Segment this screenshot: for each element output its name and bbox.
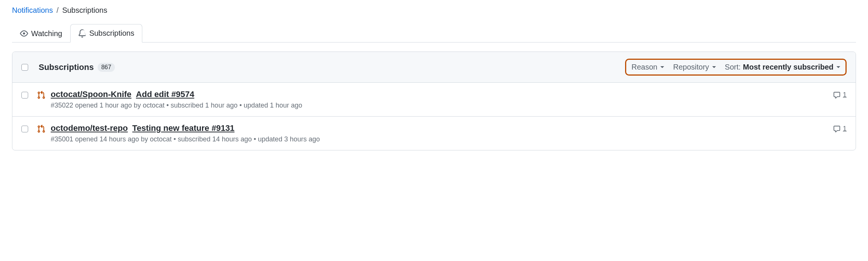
row-meta: #35022 opened 1 hour ago by octocat • su… <box>51 102 833 109</box>
repo-link[interactable]: octodemo/test-repo <box>51 123 128 133</box>
breadcrumb-current: Subscriptions <box>62 6 107 14</box>
select-all-checkbox[interactable] <box>21 64 28 71</box>
row-title-line: octocat/Spoon-Knife Add edit #9574 <box>51 90 833 99</box>
filter-sort-value: Most recently subscribed <box>743 63 833 71</box>
breadcrumb: Notifications / Subscriptions <box>12 0 856 18</box>
caret-down-icon <box>836 66 840 68</box>
subscriptions-box: Subscriptions 867 Reason Repository Sort… <box>12 52 856 150</box>
row-title-line: octodemo/test-repo Testing new feature #… <box>51 123 833 133</box>
comments-link[interactable]: 1 <box>833 91 847 99</box>
row-checkbox[interactable] <box>21 126 28 132</box>
caret-down-icon <box>712 66 716 68</box>
filter-repository[interactable]: Repository <box>673 63 716 71</box>
comment-icon <box>833 125 841 133</box>
row-main: octodemo/test-repo Testing new feature #… <box>51 123 833 143</box>
row-checkbox[interactable] <box>21 92 28 99</box>
filter-reason[interactable]: Reason <box>631 63 664 71</box>
subscription-row: octocat/Spoon-Knife Add edit #9574 #3502… <box>12 83 856 117</box>
eye-icon <box>20 29 28 38</box>
filter-reason-label: Reason <box>631 63 657 71</box>
tab-watching[interactable]: Watching <box>12 24 70 42</box>
issue-title-link[interactable]: Testing new feature #9131 <box>132 123 234 133</box>
breadcrumb-separator: / <box>57 6 59 14</box>
header-title-wrap: Subscriptions 867 <box>39 62 625 72</box>
breadcrumb-parent-link[interactable]: Notifications <box>12 6 53 14</box>
comments-link[interactable]: 1 <box>833 125 847 133</box>
comments-count: 1 <box>843 91 847 99</box>
issue-title-link[interactable]: Add edit #9574 <box>136 90 194 99</box>
caret-down-icon <box>660 66 664 68</box>
header-title: Subscriptions <box>39 62 94 72</box>
filter-sort[interactable]: Sort: Most recently subscribed <box>725 63 840 71</box>
pull-request-icon <box>37 125 45 134</box>
comment-icon <box>833 91 841 99</box>
comments-count: 1 <box>843 125 847 133</box>
row-meta: #35001 opened 14 hours ago by octocat • … <box>51 135 833 143</box>
row-main: octocat/Spoon-Knife Add edit #9574 #3502… <box>51 90 833 109</box>
repo-link[interactable]: octocat/Spoon-Knife <box>51 90 131 99</box>
filters-group: Reason Repository Sort: Most recently su… <box>625 59 847 76</box>
filter-sort-label: Sort: <box>725 63 741 71</box>
subscriptions-count: 867 <box>98 63 115 72</box>
bell-icon <box>78 29 86 38</box>
subscription-row: octodemo/test-repo Testing new feature #… <box>12 117 856 150</box>
tab-nav: Watching Subscriptions <box>12 24 856 42</box>
tab-watching-label: Watching <box>31 29 62 38</box>
tab-subscriptions[interactable]: Subscriptions <box>70 24 142 42</box>
tab-subscriptions-label: Subscriptions <box>89 29 134 38</box>
box-header: Subscriptions 867 Reason Repository Sort… <box>12 52 856 83</box>
pull-request-icon <box>37 91 45 100</box>
filter-repository-label: Repository <box>673 63 709 71</box>
